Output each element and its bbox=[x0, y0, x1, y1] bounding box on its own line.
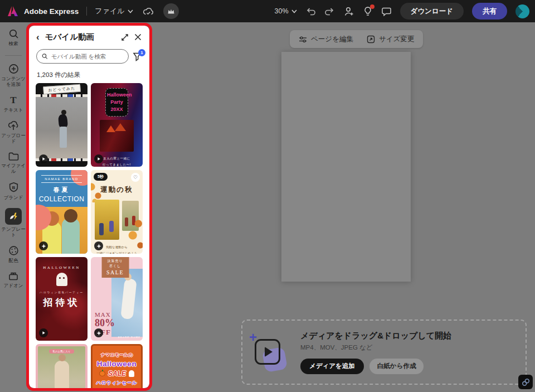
sidebar-item-text[interactable]: T テキスト bbox=[0, 95, 27, 113]
comments-icon[interactable] bbox=[381, 7, 392, 16]
edit-page-button[interactable]: ページを編集 bbox=[299, 35, 353, 44]
template-badge: 私のお気に入り bbox=[49, 349, 75, 354]
resize-icon bbox=[367, 35, 375, 43]
template-card-autumn-exercise[interactable]: 5秒 ♡ 運動の秋 気軽な運動から 一緒にジョギングはじめよう bbox=[91, 170, 143, 254]
animated-badge-icon bbox=[94, 328, 103, 337]
addons-icon bbox=[8, 271, 19, 281]
upload-icon bbox=[8, 120, 19, 131]
template-header: HALLOWEEN bbox=[36, 265, 87, 270]
sidebar-item-brand[interactable]: B ブランド bbox=[0, 182, 27, 201]
expand-panel-button[interactable] bbox=[121, 33, 129, 41]
favorite-heart-icon[interactable]: ♡ bbox=[131, 173, 140, 182]
adobe-express-logo-icon bbox=[7, 6, 19, 17]
dropzone-formats: MP4、MOV、JPEG など bbox=[300, 343, 451, 352]
panel-title: モバイル動画 bbox=[45, 32, 94, 42]
chevron-down-icon bbox=[291, 9, 297, 13]
play-badge-icon bbox=[39, 154, 48, 163]
share-button[interactable]: 共有 bbox=[472, 3, 507, 20]
left-sidebar: 検索 コンテンツを追加 T テキスト アップロード マイファイル B ブランド … bbox=[0, 22, 27, 392]
filter-count-badge: 1 bbox=[138, 49, 145, 56]
sidebar-item-templates[interactable]: テンプレート bbox=[0, 208, 27, 238]
topbar-divider bbox=[86, 7, 87, 16]
zoom-level: 30% bbox=[275, 7, 289, 15]
results-count: 1,203 件の結果 bbox=[29, 64, 149, 83]
sliders-icon bbox=[299, 36, 307, 43]
add-content-icon bbox=[8, 64, 19, 74]
animated-badge-icon bbox=[39, 241, 48, 250]
ghost-icon bbox=[56, 273, 67, 286]
link-button[interactable] bbox=[518, 375, 533, 389]
app-title: Adobe Express bbox=[24, 7, 79, 16]
template-text: おどってみた bbox=[43, 84, 81, 95]
dropzone-title: メディアをドラッグ&ドロップして開始 bbox=[300, 331, 451, 341]
template-title: COLLECTION bbox=[36, 195, 87, 203]
template-card-collection[interactable]: NAMAE BRAND 春夏 COLLECTION bbox=[36, 170, 87, 254]
play-badge-icon bbox=[94, 154, 103, 163]
sidebar-item-my-files[interactable]: マイファイル bbox=[0, 152, 27, 175]
close-icon bbox=[134, 33, 142, 41]
add-media-icon: + bbox=[250, 334, 287, 371]
filter-button[interactable]: 1 bbox=[133, 52, 143, 61]
notification-dot bbox=[370, 4, 374, 9]
template-grid: おどってみた Halloween Party 20XX 友人の家と一緒に 行って… bbox=[29, 83, 149, 388]
expand-icon bbox=[121, 33, 129, 41]
sidebar-item-upload[interactable]: アップロード bbox=[0, 120, 27, 144]
ghost-icon bbox=[129, 370, 134, 377]
canvas-toolbar: ページを編集 サイズ変更 bbox=[290, 30, 423, 48]
add-collaborator-icon[interactable] bbox=[343, 6, 354, 17]
back-button[interactable]: ‹ bbox=[36, 33, 40, 42]
svg-text:B: B bbox=[12, 185, 15, 190]
zoom-control[interactable]: 30% bbox=[275, 7, 297, 15]
search-icon bbox=[8, 28, 19, 39]
add-media-button[interactable]: メディアを追加 bbox=[300, 359, 364, 374]
brand-shield-icon: B bbox=[8, 182, 19, 193]
user-avatar[interactable] bbox=[515, 4, 529, 18]
template-card-halloween-invitation[interactable]: HALLOWEEN ハロウィン仮装パーティー 招待状 bbox=[36, 257, 87, 341]
topbar: Adobe Express ファイル 30% bbox=[0, 0, 535, 22]
canvas-page[interactable] bbox=[281, 52, 411, 282]
link-icon bbox=[521, 378, 531, 387]
resize-button[interactable]: サイズ変更 bbox=[367, 35, 414, 44]
folder-icon bbox=[8, 152, 19, 161]
palette-icon bbox=[8, 245, 19, 256]
sidebar-item-add-content[interactable]: コンテンツを追加 bbox=[0, 64, 27, 88]
template-title: 運動の秋 bbox=[91, 185, 143, 195]
templates-panel: ‹ モバイル動画 1 1,203 件の結果 おどってみた bbox=[29, 26, 149, 388]
template-card-halloween-party[interactable]: Halloween Party 20XX 友人の家と一緒に 行ってきました〜! bbox=[91, 83, 143, 167]
file-menu[interactable]: ファイル bbox=[95, 6, 133, 16]
start-blank-button[interactable]: 白紙から作成 bbox=[369, 359, 424, 374]
cloud-sync-icon[interactable] bbox=[143, 7, 154, 16]
animated-badge-icon bbox=[94, 241, 103, 250]
template-subtitle: ハロウィン仮装パーティー bbox=[36, 291, 87, 294]
chevron-down-icon bbox=[128, 9, 133, 13]
template-search-field[interactable] bbox=[36, 49, 129, 64]
text-tool-icon: T bbox=[10, 95, 16, 105]
redo-icon[interactable] bbox=[324, 7, 335, 16]
template-card-park-portrait[interactable]: 私のお気に入り bbox=[36, 344, 87, 388]
undo-icon[interactable] bbox=[305, 7, 316, 16]
duration-badge: 5秒 bbox=[94, 173, 108, 181]
pumpkin-icon bbox=[99, 371, 105, 376]
template-card-halloween-sale[interactable]: ナマエモールの Halloween SALE ハロウィンセール bbox=[91, 344, 143, 388]
sidebar-item-colors[interactable]: 配色 bbox=[0, 245, 27, 264]
sidebar-item-addons[interactable]: アドオン bbox=[0, 271, 27, 289]
template-card-sale[interactable]: 決算売り尽くし SALE MAX 80% OFF BRAND NAME bbox=[91, 257, 143, 341]
search-icon bbox=[42, 53, 48, 60]
templates-icon bbox=[5, 208, 22, 225]
template-card-dance-video[interactable]: おどってみた bbox=[36, 83, 87, 167]
search-input[interactable] bbox=[51, 53, 123, 60]
ideas-lightbulb-icon[interactable] bbox=[363, 6, 373, 17]
sidebar-divider bbox=[5, 55, 22, 56]
premium-crown-button[interactable] bbox=[163, 3, 179, 19]
template-brand: NAMAE BRAND bbox=[41, 175, 82, 183]
download-button[interactable]: ダウンロード bbox=[400, 3, 464, 20]
template-title: 招待状 bbox=[36, 296, 87, 309]
panel-header: ‹ モバイル動画 bbox=[29, 26, 149, 45]
close-panel-button[interactable] bbox=[134, 33, 142, 41]
template-brand: BRAND NAME bbox=[118, 336, 140, 338]
sidebar-item-search[interactable]: 検索 bbox=[0, 28, 27, 47]
media-dropzone[interactable]: + メディアをドラッグ&ドロップして開始 MP4、MOV、JPEG など メディ… bbox=[241, 320, 527, 385]
play-badge-icon bbox=[39, 328, 48, 337]
template-title: Halloween Party 20XX bbox=[105, 88, 128, 117]
template-season: 春夏 bbox=[36, 186, 87, 194]
